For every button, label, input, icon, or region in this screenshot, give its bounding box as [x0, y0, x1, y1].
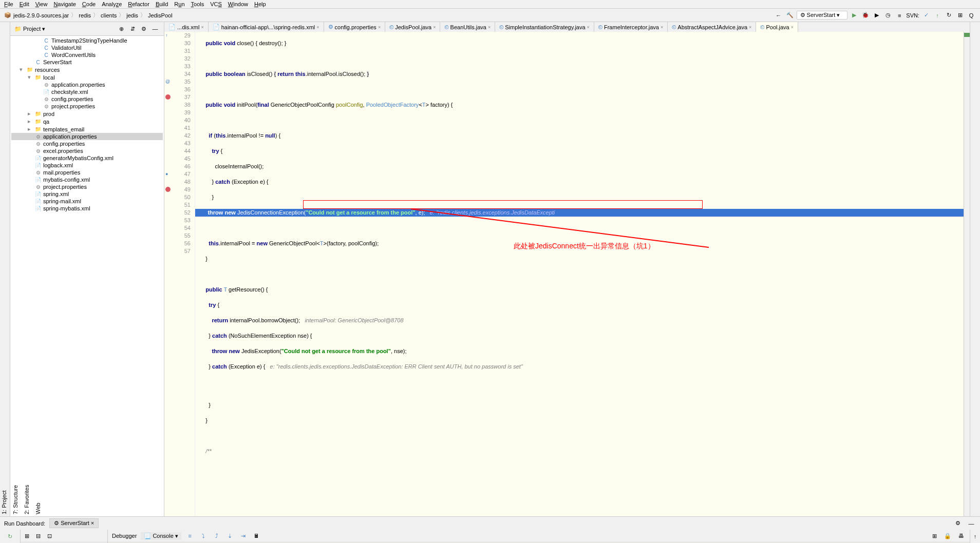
rerun-icon[interactable]: ↻ [6, 532, 15, 541]
up-icon[interactable]: ↑ [971, 532, 980, 541]
editor-tab[interactable]: ⚙config.properties× [324, 22, 386, 32]
tree-item[interactable]: ⚙application.properties [11, 133, 163, 140]
stop-icon[interactable]: ■ [895, 11, 904, 20]
scroll-icon[interactable]: ⇵ [128, 24, 137, 33]
breadcrumb-4[interactable]: JedisPool [148, 12, 173, 18]
debugger-tab[interactable]: Debugger [112, 533, 137, 539]
project-tree[interactable]: CTimestamp2StringTypeHandleCValidatorUti… [10, 36, 164, 516]
hide-icon[interactable]: — [150, 24, 160, 33]
tree-item[interactable]: ⚙mail.properties [11, 169, 163, 176]
step-into-icon[interactable]: ⤵ [199, 531, 208, 540]
tree-item[interactable]: 📄spring.xml [11, 190, 163, 198]
run-config-selector[interactable]: ⚙ ServerStart ▾ [797, 11, 848, 20]
tree-item[interactable]: ▸📁templates_email [11, 125, 163, 133]
force-step-icon[interactable]: ⇣ [225, 531, 235, 540]
structure-tool-btn[interactable]: 7: Structure [12, 24, 18, 514]
tree-item[interactable]: 📄checkstyle.xml [11, 88, 163, 95]
run-icon[interactable]: ▶ [850, 11, 859, 20]
tree-item[interactable]: ▾📁local [11, 73, 163, 81]
debug-icon[interactable]: 🐞 [861, 11, 870, 20]
tree-item[interactable]: 📄generatorMybatisConfig.xml [11, 154, 163, 162]
group-icon[interactable]: ⊡ [45, 531, 54, 540]
menu-analyze[interactable]: Analyze [102, 1, 122, 7]
expand-icon[interactable]: ⊞ [22, 531, 31, 540]
tree-item[interactable]: ⚙excel.properties [11, 147, 163, 154]
tree-item[interactable]: CTimestamp2StringTypeHandle [11, 37, 163, 44]
favorites-tool-btn[interactable]: 2: Favorites [24, 24, 30, 514]
coverage-icon[interactable]: ▶ [872, 11, 881, 20]
step-over-icon[interactable]: ≡ [185, 531, 195, 540]
run-dashboard-toolbar: ↻ ■ ▾ ▶ 🐞 ■ 📝 [0, 530, 21, 543]
menu-file[interactable]: File [4, 1, 13, 7]
editor-tab[interactable]: ©JedisPool.java× [385, 22, 440, 32]
run-dashboard-tree[interactable]: ⊞ ⊟ ⊡ ▾ 🍃 Spring Boot ▾ ▶ Running ⚙ Serv… [21, 530, 108, 543]
code[interactable]: public void close() { destroy(); } publi… [195, 32, 964, 516]
menu-navigate[interactable]: Navigate [53, 1, 76, 7]
error-stripe[interactable] [964, 32, 970, 516]
editor-tabs: 📄...dis.xml×📄hainan-official-app\...\spr… [164, 22, 970, 32]
project-tool-btn[interactable]: 1: Project [1, 24, 7, 514]
tree-item[interactable]: 📄spring-mail.xml [11, 198, 163, 205]
collapse-icon[interactable]: ⊕ [117, 24, 126, 33]
tree-item[interactable]: ▾📁resources [11, 66, 163, 73]
tree-item[interactable]: 📄spring-mybatis.xml [11, 205, 163, 212]
breadcrumb-3[interactable]: jedis [126, 12, 138, 18]
editor-tab[interactable]: 📄hainan-official-app\...\spring-redis.xm… [209, 22, 324, 32]
search-icon[interactable]: Q [967, 11, 976, 20]
menu-build[interactable]: Build [156, 1, 168, 7]
menu-code[interactable]: Code [82, 1, 96, 7]
profile-icon[interactable]: ◷ [883, 11, 893, 20]
minimize-icon[interactable]: — [967, 519, 976, 528]
gear-icon[interactable]: ⚙ [953, 519, 963, 528]
menu-refactor[interactable]: Refactor [128, 1, 149, 7]
settings-icon[interactable]: ⚙ [139, 24, 148, 33]
structure-icon[interactable]: ⊞ [955, 11, 965, 20]
svn-update-icon[interactable]: ✓ [921, 11, 931, 20]
tree-item[interactable]: CServerStart [11, 59, 163, 66]
tree-item[interactable]: ⚙config.properties [11, 140, 163, 147]
project-panel-header: 📁 Project ▾ ⊕ ⇵ ⚙ — [10, 22, 164, 36]
editor-tab[interactable]: ©FrameInterceptor.java× [594, 22, 668, 32]
breadcrumb-root[interactable]: jedis-2.9.0-sources.jar [13, 12, 69, 18]
svn-history-icon[interactable]: ↻ [944, 11, 953, 20]
menu-tools[interactable]: Tools [191, 1, 204, 7]
tree-item[interactable]: ▸📁prod [11, 110, 163, 118]
menu-vcs[interactable]: VCS [210, 1, 222, 7]
editor-tab[interactable]: ©Pool.java× [756, 22, 798, 32]
layout-icon[interactable]: ⊞ [930, 531, 939, 540]
breadcrumb-1[interactable]: redis [79, 12, 91, 18]
editor-tab[interactable]: ©SimpleInstantiationStrategy.java× [495, 22, 594, 32]
breadcrumb-2[interactable]: clients [101, 12, 117, 18]
step-out-icon[interactable]: ⤴ [212, 531, 221, 540]
svn-commit-icon[interactable]: ↑ [933, 11, 942, 20]
tree-item[interactable]: CValidatorUtil [11, 44, 163, 51]
menu-view[interactable]: View [35, 1, 48, 7]
print-icon[interactable]: 🖶 [956, 531, 966, 540]
build-icon[interactable]: 🔨 [785, 11, 795, 20]
eval-icon[interactable]: 🖩 [252, 531, 261, 540]
tree-item[interactable]: 📄mybatis-config.xml [11, 176, 163, 183]
editor-tab[interactable]: ©BeanUtils.java× [440, 22, 495, 32]
tree-item[interactable]: ⚙project.properties [11, 183, 163, 190]
back-icon[interactable]: ← [774, 11, 783, 20]
editor-tab[interactable]: 📄...dis.xml× [164, 22, 209, 32]
editor-tab[interactable]: ©AbstractAspectJAdvice.java× [668, 22, 756, 32]
tree-item[interactable]: ⚙project.properties [11, 103, 163, 110]
collapse-icon2[interactable]: ⊟ [33, 531, 43, 540]
menu-help[interactable]: Help [254, 1, 266, 7]
run-dashboard-tab[interactable]: ⚙ ServerStart × [49, 518, 99, 528]
menu-run[interactable]: Run [174, 1, 184, 7]
code-editor[interactable]: ↑293031323334@353637383940414243444546●4… [164, 32, 970, 516]
tree-item[interactable]: ⚙config.properties [11, 95, 163, 103]
web-tool-btn[interactable]: Web [35, 24, 41, 514]
tree-item[interactable]: ▸📁qa [11, 118, 163, 125]
console-tab[interactable]: 📃 Console ▾ [141, 532, 181, 540]
tree-item[interactable]: 📄logback.xml [11, 162, 163, 169]
menu-window[interactable]: Window [228, 1, 248, 7]
annotation-box [303, 200, 703, 209]
run-cursor-icon[interactable]: ⇥ [239, 531, 248, 540]
tree-item[interactable]: CWordConvertUtils [11, 51, 163, 59]
tree-item[interactable]: ⚙application.properties [11, 81, 163, 88]
scroll-lock-icon[interactable]: 🔒 [943, 531, 952, 540]
menu-edit[interactable]: Edit [20, 1, 29, 7]
